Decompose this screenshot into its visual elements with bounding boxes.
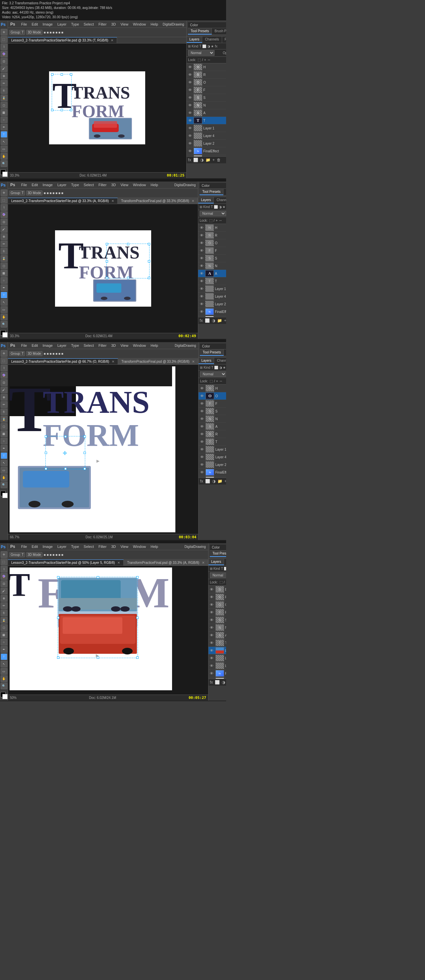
tool-lasso-2[interactable]: ⌇	[1, 204, 7, 211]
layer-eye-N-1[interactable]: 👁	[187, 103, 193, 107]
layer-row-B-4[interactable]: 👁 B B T	[209, 586, 226, 593]
tool-crop-2[interactable]: ⊡	[1, 219, 7, 225]
tool-clone-4[interactable]: ⎘	[1, 609, 7, 616]
menu-layer-2[interactable]: Layer	[56, 183, 68, 187]
layer-row-H-3[interactable]: 👁 H H T	[198, 385, 226, 392]
tab-channels-4[interactable]: Channels	[224, 559, 226, 565]
toolbar-3d-mode-3[interactable]: 3D Mode	[26, 351, 43, 356]
adjustment-icon-1[interactable]: ◑	[200, 158, 203, 162]
tool-clone-2[interactable]: ⎘	[1, 248, 7, 255]
menu-filter-1[interactable]: Filter	[97, 22, 108, 27]
tool-color-swatch[interactable]	[0, 170, 8, 177]
menu-help-4[interactable]: Help	[149, 544, 159, 549]
toolbar-3d-mode-1[interactable]: 3D Mode	[26, 30, 43, 35]
blend-mode-select-4[interactable]: Normal	[210, 573, 226, 578]
tool-zoom-4[interactable]: 🔍	[1, 682, 7, 689]
layer-eye-H-1[interactable]: 👁	[187, 65, 193, 69]
menu-file-1[interactable]: File	[20, 22, 28, 27]
tool-dodge-3[interactable]: ○	[1, 438, 7, 444]
folder-icon-1[interactable]: 📁	[206, 158, 211, 162]
menu-image-2[interactable]: Image	[41, 183, 54, 187]
layer-row-layer1-1[interactable]: 👁 Layer 1	[187, 124, 226, 132]
tab-close-1-1[interactable]: ✕	[111, 38, 113, 42]
menu-type-3[interactable]: Type	[70, 343, 80, 348]
menu-select-2[interactable]: Select	[82, 183, 95, 187]
toolbar-group-1[interactable]: Group: T	[9, 30, 25, 35]
menu-filter-2[interactable]: Filter	[97, 183, 108, 187]
tool-eye-3[interactable]: 🖋	[1, 387, 7, 393]
layer-eye-T-1[interactable]: 👁	[187, 118, 193, 123]
layer-eye-F-1[interactable]: 👁	[187, 88, 193, 92]
menu-file-4[interactable]: File	[20, 544, 28, 549]
tool-type-2[interactable]: T	[1, 292, 7, 298]
menu-type-4[interactable]: Type	[70, 544, 80, 549]
layer-row-O-1[interactable]: 👁 O O T	[187, 79, 226, 86]
toolbar-group-3[interactable]: Group: T	[9, 351, 25, 356]
tab-layers-2[interactable]: Layers	[198, 197, 214, 204]
tool-brush-4[interactable]: ✏	[1, 602, 7, 609]
menu-image-3[interactable]: Image	[41, 343, 54, 348]
adj-icon-3[interactable]: ◑	[212, 479, 216, 484]
layer-row-S-3[interactable]: 👁 S S T	[198, 407, 226, 415]
menu-view-3[interactable]: View	[119, 343, 129, 348]
new-layer-icon-3[interactable]: +	[224, 479, 226, 484]
layer-row-H-1[interactable]: 👁 H H T	[187, 64, 226, 71]
tool-pen-4[interactable]: ✒	[1, 646, 7, 653]
layer-row-R-2[interactable]: 👁 R R T	[198, 232, 226, 239]
layer-row-O-4[interactable]: 👁 O O T	[209, 601, 226, 609]
tool-brush-3[interactable]: ✏	[1, 401, 7, 408]
menu-3d-1[interactable]: 3D	[110, 22, 117, 27]
tool-heal-2[interactable]: ⊕	[1, 233, 7, 240]
menu-file-2[interactable]: File	[20, 183, 28, 187]
layer-row-R-4[interactable]: 👁 R R T	[209, 593, 226, 601]
tool-qselect-3[interactable]: 🔮	[1, 372, 7, 379]
tool-gradient-2[interactable]: ▦	[1, 270, 7, 277]
new-layer-icon-1[interactable]: +	[212, 158, 215, 162]
toolbar-3d-mode-2[interactable]: 3D Mode	[26, 191, 43, 196]
menu-layer-3[interactable]: Layer	[56, 343, 68, 348]
layer-row-S-1[interactable]: 👁 S S T	[187, 94, 226, 102]
tab-layers-4[interactable]: Layers	[209, 559, 224, 565]
layer-row-layer1-2[interactable]: 👁 Layer 1	[198, 285, 226, 293]
layer-row-finaleffect-3[interactable]: 👁 fx FinalEffect	[198, 469, 226, 476]
tool-heal-3[interactable]: ⊕	[1, 394, 7, 401]
tab-doc-1-1[interactable]: Lesson3_2-TransformPracticeStarterFile.p…	[8, 37, 117, 43]
menu-filter-4[interactable]: Filter	[97, 544, 108, 549]
menu-layer-4[interactable]: Layer	[56, 544, 68, 549]
layer-eye-A-1[interactable]: 👁	[187, 111, 193, 115]
tab-tool-presets-4[interactable]: Tool Presets	[210, 550, 226, 557]
menu-type-2[interactable]: Type	[70, 183, 80, 187]
folder-icon-3[interactable]: 📁	[217, 479, 222, 484]
tab-paths-1[interactable]: Paths	[222, 37, 226, 43]
layer-row-layer2-4[interactable]: 👁 Layer 2	[209, 662, 226, 670]
tool-move[interactable]: ✛	[1, 29, 7, 35]
menu-layer-1[interactable]: Layer	[56, 22, 68, 27]
tab-close-2-2[interactable]: ✕	[192, 199, 194, 203]
tool-move-4[interactable]: ✛	[1, 551, 7, 558]
tab-tool-presets-3[interactable]: Tool Presets	[200, 350, 224, 356]
mask-icon-2[interactable]: ⬜	[205, 318, 210, 323]
blend-mode-select-3[interactable]: Normal	[200, 371, 226, 377]
fx-icon-1[interactable]: fx	[188, 158, 191, 162]
menu-window-2[interactable]: Window	[132, 183, 147, 187]
tool-crop[interactable]: ⊡	[1, 58, 7, 65]
layer-row-S-4[interactable]: 👁 S S T	[209, 616, 226, 624]
tab-tool-presets-1[interactable]: Tool Presets	[188, 28, 212, 35]
tool-type-3[interactable]: T	[1, 452, 7, 459]
menu-view-4[interactable]: View	[119, 544, 129, 549]
layer-row-A-2[interactable]: 👁 A A T	[198, 270, 226, 277]
menu-filter-3[interactable]: Filter	[97, 343, 108, 348]
layer-eye-layer1-1[interactable]: 👁	[187, 126, 193, 130]
layer-row-S-2[interactable]: 👁 S S T	[198, 255, 226, 262]
menu-select-3[interactable]: Select	[82, 343, 95, 348]
tool-eye-4[interactable]: 🖋	[1, 588, 7, 594]
layer-row-N-4[interactable]: 👁 N N T	[209, 624, 226, 632]
new-layer-icon-2[interactable]: +	[224, 318, 226, 323]
layer-row-A-3[interactable]: 👁 A A T	[198, 423, 226, 430]
tool-quick-select[interactable]: 🔮	[1, 51, 7, 57]
tab-brush-presets-2[interactable]: Brush Presets	[224, 189, 226, 195]
fx-icon-2[interactable]: fx	[200, 318, 203, 323]
mask-icon-4[interactable]: ⬜	[215, 680, 220, 685]
tool-crop-3[interactable]: ⊡	[1, 379, 7, 386]
layer-eye-layer4-1[interactable]: 👁	[187, 134, 193, 138]
